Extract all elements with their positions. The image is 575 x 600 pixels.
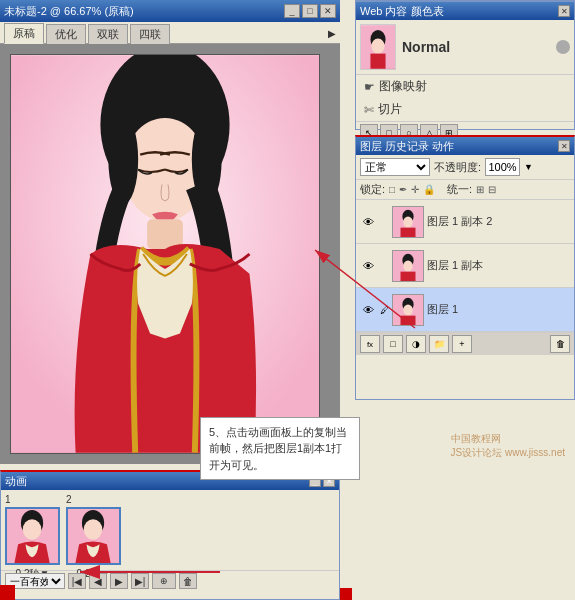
image-map-icon: ☛ [364,80,375,94]
animation-frame-1[interactable]: 1 0.2秒▼ [5,494,60,581]
layers-mode-select[interactable]: 正常 [360,158,430,176]
svg-point-12 [371,39,384,54]
animation-bottom-bar: 一百有效▼ |◀ ◀ ▶ ▶| ⊕ 🗑 [1,570,339,591]
canvas-title-bar: 未标题-2 @ 66.67% (原稿) _ □ ✕ [0,0,340,22]
layer-row-copy2[interactable]: 👁 图层 1 副本 2 [356,200,574,244]
svg-rect-21 [401,271,416,280]
anim-prev-button[interactable]: ◀ [89,573,107,589]
lock-label: 锁定: [360,182,385,197]
svg-rect-13 [370,54,385,69]
anim-rewind-button[interactable]: |◀ [68,573,86,589]
red-corner-indicator-1 [0,585,15,600]
anim-copy-frame-button[interactable]: ⊕ [152,573,176,589]
canvas-title: 未标题-2 @ 66.67% (原稿) [4,4,134,19]
web-slice-item[interactable]: ✄ 切片 [356,98,574,121]
instruction-text: 5、点击动画面板上的复制当前帧，然后把图层1副本1打开为可见。 [209,426,347,471]
canvas-area [0,44,340,464]
lock-paint-icon[interactable]: ✒ [399,184,407,195]
layers-panel-close-button[interactable]: ✕ [558,140,570,152]
red-corner-indicator-2 [340,588,352,600]
anim-play-button[interactable]: ▶ [110,573,128,589]
web-content-header: Normal [356,20,574,75]
layer-visibility-1[interactable]: 👁 [360,302,376,318]
layer-thumb-copy1 [392,250,424,282]
animation-frame-2[interactable]: 2 0.2秒▼ [66,494,121,581]
frame-1-thumbnail [5,507,60,565]
web-content-panel: Web 内容 颜色表 ✕ Normal ☛ 图像映射 ✄ 切片 ↖ [355,0,575,130]
svg-rect-25 [401,315,416,324]
unite-label: 统一: [447,182,472,197]
ps-main-window: 未标题-2 @ 66.67% (原稿) _ □ ✕ 原稿 优化 双联 四联 ▶ [0,0,575,600]
watermark-line1: 中国教程网 [451,432,565,446]
layer-link-copy1 [379,258,389,274]
lock-all-icon[interactable]: 🔒 [423,184,435,195]
layer-group-button[interactable]: 📁 [429,335,449,353]
svg-rect-9 [147,219,183,249]
svg-point-20 [403,260,412,271]
opacity-dropdown-icon[interactable]: ▼ [524,162,533,172]
web-panel-close-button[interactable]: ✕ [558,5,570,17]
anim-delete-frame-button[interactable]: 🗑 [179,573,197,589]
tab-quad[interactable]: 四联 [130,24,170,44]
layer-visibility-copy2[interactable]: 👁 [360,214,376,230]
slice-icon: ✄ [364,103,374,117]
close-button[interactable]: ✕ [320,4,336,18]
watermark: 中国教程网 JS设计论坛 www.jisss.net [451,432,565,460]
window-controls: _ □ ✕ [284,4,336,18]
unite-icon2[interactable]: ⊟ [488,184,496,195]
animation-frames: 1 0.2秒▼ 2 [1,490,339,570]
frame-2-number: 2 [66,494,72,505]
svg-point-16 [403,216,412,227]
layers-bottom-toolbar: fx □ ◑ 📁 + 🗑 [356,332,574,355]
layer-row-copy1[interactable]: 👁 图层 1 副本 [356,244,574,288]
layer-name-copy1: 图层 1 副本 [427,258,483,273]
layer-link-1: 🖊 [379,302,389,318]
layer-name-1: 图层 1 [427,302,458,317]
svg-rect-17 [401,227,416,236]
animation-panel: 动画 _ ✕ 1 0.2秒▼ [0,470,340,600]
layer-row-1[interactable]: 👁 🖊 图层 1 [356,288,574,332]
layer-visibility-copy1[interactable]: 👁 [360,258,376,274]
tab-original[interactable]: 原稿 [4,23,44,44]
layer-adjustment-button[interactable]: ◑ [406,335,426,353]
watermark-line2: JS设计论坛 www.jisss.net [451,446,565,460]
animation-title-text: 动画 [5,474,27,489]
tab-double[interactable]: 双联 [88,24,128,44]
opacity-label: 不透明度: [434,160,481,175]
web-panel-titlebar: Web 内容 颜色表 ✕ [356,2,574,20]
lock-move-icon[interactable]: ✛ [411,184,419,195]
tab-arrow-icon: ▶ [328,28,336,39]
svg-point-31 [84,519,103,539]
layer-name-copy2: 图层 1 副本 2 [427,214,492,229]
tab-bar: 原稿 优化 双联 四联 ▶ [0,22,340,44]
lock-transparent-icon[interactable]: □ [389,184,395,195]
unite-icon1[interactable]: ⊞ [476,184,484,195]
layer-thumb-copy2 [392,206,424,238]
frame-1-number: 1 [5,494,11,505]
layer-fx-button[interactable]: fx [360,335,380,353]
web-image-map-item[interactable]: ☛ 图像映射 [356,75,574,98]
layers-panel: 图层 历史记录 动作 ✕ 正常 不透明度: ▼ 锁定: □ ✒ ✛ 🔒 统一: … [355,135,575,400]
minimize-button[interactable]: _ [284,4,300,18]
layers-panel-titlebar: 图层 历史记录 动作 ✕ [356,137,574,155]
svg-point-28 [23,519,42,539]
web-normal-label: Normal [402,39,450,55]
painting-figure [11,55,319,453]
lock-bar: 锁定: □ ✒ ✛ 🔒 统一: ⊞ ⊟ [356,180,574,200]
instruction-tooltip: 5、点击动画面板上的复制当前帧，然后把图层1副本1打开为可见。 [200,417,360,481]
layer-delete-button[interactable]: 🗑 [550,335,570,353]
tab-optimize[interactable]: 优化 [46,24,86,44]
layer-new-button[interactable]: + [452,335,472,353]
image-map-label: 图像映射 [379,78,427,95]
web-settings-icon[interactable] [556,40,570,54]
web-panel-title: Web 内容 颜色表 [360,4,444,19]
canvas-image [10,54,320,454]
svg-point-24 [403,304,412,315]
layer-mask-button[interactable]: □ [383,335,403,353]
layers-panel-title-text: 图层 历史记录 动作 [360,139,454,154]
opacity-input[interactable] [485,158,520,176]
web-thumbnail [360,24,396,70]
layer-thumb-1 [392,294,424,326]
maximize-button[interactable]: □ [302,4,318,18]
anim-next-button[interactable]: ▶| [131,573,149,589]
